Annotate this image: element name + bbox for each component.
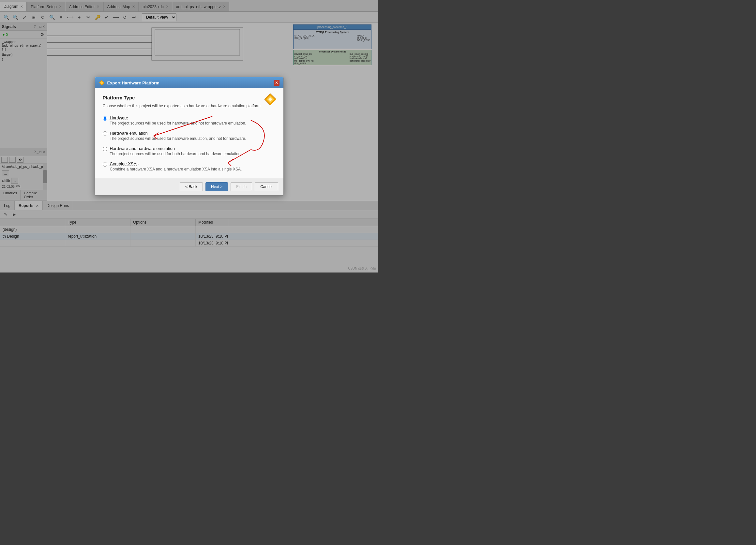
back-btn[interactable]: < Back — [180, 182, 203, 191]
radio-combine-xsas-labels: Combine XSAs Combine a hardware XSA and … — [110, 161, 242, 172]
radio-hw-emulation-labels: Hardware emulation The project sources w… — [110, 131, 246, 141]
radio-option-hw-and-emulation[interactable]: Hardware and hardware emulation The proj… — [103, 146, 276, 156]
finish-btn[interactable]: Finish — [231, 182, 252, 191]
modal-description: Choose whether this project will be expo… — [103, 103, 276, 109]
vivado-icon — [99, 80, 105, 86]
radio-hw-and-emulation-labels: Hardware and hardware emulation The proj… — [110, 146, 242, 156]
modal-logo-icon — [264, 93, 277, 106]
radio-combine-xsas-desc: Combine a hardware XSA and a hardware em… — [110, 167, 242, 172]
radio-option-hardware[interactable]: Hardware The project sources will be use… — [103, 115, 276, 126]
modal-overlay: Export Hardware Platform ✕ Platform Type… — [0, 0, 378, 272]
radio-hardware-input[interactable] — [103, 116, 107, 121]
radio-hw-emulation-input[interactable] — [103, 131, 107, 136]
modal-titlebar: Export Hardware Platform ✕ — [95, 77, 283, 88]
next-btn[interactable]: Next > — [205, 182, 228, 191]
modal-logo-area — [264, 93, 277, 107]
radio-combine-xsas-title: Combine XSAs — [110, 161, 242, 166]
export-hardware-modal: Export Hardware Platform ✕ Platform Type… — [95, 77, 284, 196]
modal-title-text: Export Hardware Platform — [107, 81, 159, 85]
modal-footer: < Back Next > Finish Cancel — [95, 178, 283, 195]
radio-group: Hardware The project sources will be use… — [103, 115, 276, 172]
modal-title-group: Export Hardware Platform — [99, 80, 159, 86]
modal-body: Platform Type Choose whether this projec… — [95, 88, 283, 178]
radio-hw-and-emulation-title: Hardware and hardware emulation — [110, 146, 242, 151]
radio-option-hw-emulation[interactable]: Hardware emulation The project sources w… — [103, 131, 276, 141]
radio-hardware-desc: The project sources will be used for har… — [110, 121, 246, 126]
radio-hardware-title: Hardware — [110, 115, 246, 120]
radio-hw-and-emulation-input[interactable] — [103, 147, 107, 151]
radio-combine-xsas-input[interactable] — [103, 162, 107, 167]
radio-hw-emulation-desc: The project sources will be used for har… — [110, 136, 246, 141]
cancel-btn[interactable]: Cancel — [255, 182, 278, 191]
modal-close-icon: ✕ — [275, 81, 278, 85]
radio-hw-emulation-title: Hardware emulation — [110, 131, 246, 136]
radio-option-combine-xsas[interactable]: Combine XSAs Combine a hardware XSA and … — [103, 161, 276, 172]
radio-hardware-labels: Hardware The project sources will be use… — [110, 115, 246, 126]
modal-close-btn[interactable]: ✕ — [274, 80, 280, 86]
radio-hw-and-emulation-desc: The project sources will be used for bot… — [110, 152, 242, 156]
modal-section-title: Platform Type — [103, 95, 276, 100]
